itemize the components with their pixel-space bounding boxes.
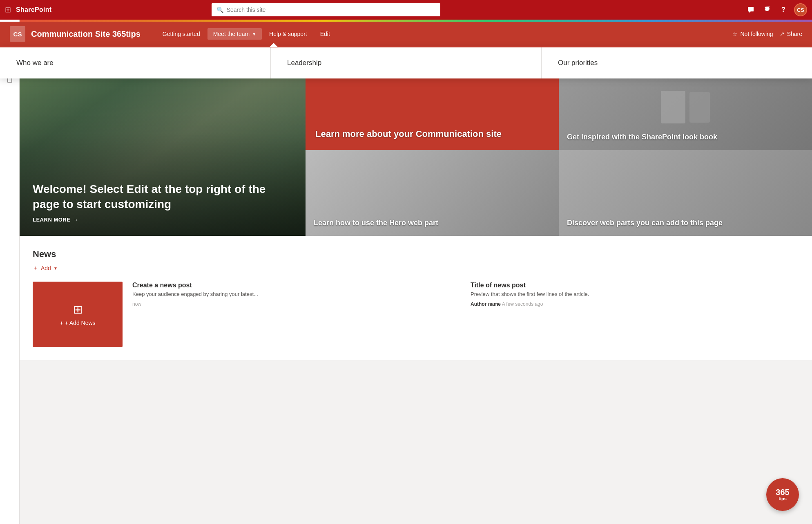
news-grid: ⊞ + + Add News Create a news post Keep y…: [33, 282, 799, 347]
arrow-icon: →: [73, 217, 78, 223]
create-news-post-time: now: [132, 301, 461, 307]
site-navigation: Getting started Meet the team ▼ Help & s…: [157, 28, 733, 40]
add-news-card[interactable]: ⊞ + + Add News: [33, 282, 123, 347]
site-header-wrapper: CS Communication Site 365tips Getting st…: [0, 22, 812, 46]
mega-menu: Who we are Leadership Our priorities: [0, 46, 812, 78]
top-nav-icons: ? CS: [743, 2, 807, 17]
hero-card-hero-webpart[interactable]: Learn how to use the Hero web part: [306, 150, 559, 236]
top-navigation: ⊞ SharePoint 🔍 ? CS: [0, 0, 812, 20]
share-button[interactable]: ↗ Share: [780, 31, 802, 37]
chevron-down-icon: ▼: [252, 32, 256, 36]
nav-getting-started[interactable]: Getting started: [157, 28, 206, 40]
mega-menu-col-leadership[interactable]: Leadership: [271, 47, 542, 78]
search-box[interactable]: 🔍: [212, 3, 440, 16]
hero-card-title-2: Get inspired with the SharePoint look bo…: [567, 132, 717, 142]
share-icon: ↗: [780, 31, 785, 37]
hero-learn-more-link[interactable]: LEARN MORE →: [33, 217, 292, 223]
hero-card-title-3: Learn how to use the Hero web part: [314, 218, 438, 228]
hero-title: Welcome! Select Edit at the top right of…: [33, 182, 292, 212]
nav-help-support[interactable]: Help & support: [263, 28, 313, 40]
hero-card-title-1: Learn more about your Communication site: [315, 128, 502, 140]
hero-content: Welcome! Select Edit at the top right of…: [33, 182, 292, 223]
sample-post-meta: Author name A few seconds ago: [471, 301, 799, 307]
search-icon: 🔍: [216, 7, 223, 13]
plus-icon-inline: +: [60, 320, 63, 326]
nav-edit[interactable]: Edit: [315, 28, 336, 40]
news-add-button[interactable]: ＋ Add ▼: [33, 263, 58, 273]
settings-icon[interactable]: [760, 2, 774, 17]
sample-news-post: Title of news post Preview that shows th…: [471, 282, 799, 307]
site-header: CS Communication Site 365tips Getting st…: [0, 22, 812, 46]
create-news-post: Create a news post Keep your audience en…: [132, 282, 461, 307]
search-input[interactable]: [227, 7, 435, 13]
chevron-down-icon: ▼: [54, 266, 58, 271]
not-following-button[interactable]: ☆ Not following: [732, 31, 773, 37]
site-logo: CS: [10, 26, 25, 42]
star-icon: ☆: [732, 31, 738, 37]
news-section: News ＋ Add ▼ ⊞ + + Add News Create a new…: [20, 236, 812, 360]
site-header-actions: ☆ Not following ↗ Share: [732, 31, 802, 37]
app-brand: SharePoint: [16, 6, 51, 13]
nav-meet-the-team[interactable]: Meet the team ▼: [207, 28, 262, 40]
comment-icon[interactable]: [743, 2, 758, 17]
avatar[interactable]: CS: [794, 3, 807, 16]
hero-section: Welcome! Select Edit at the top right of…: [20, 64, 812, 236]
hero-card-web-parts[interactable]: Discover web parts you can add to this p…: [559, 150, 812, 236]
hero-card-title-4: Discover web parts you can add to this p…: [567, 218, 723, 228]
help-icon[interactable]: ?: [776, 2, 791, 17]
sample-post-desc: Preview that shows the first few lines o…: [471, 291, 799, 298]
plus-icon: ＋: [33, 264, 38, 272]
hero-main-card[interactable]: Welcome! Select Edit at the top right of…: [20, 64, 306, 236]
mega-menu-col-our-priorities[interactable]: Our priorities: [542, 47, 812, 78]
sample-post-title: Title of news post: [471, 282, 799, 289]
main-content: ＋ New ▼ ⚙ Page details 📊 Analytics Welco…: [20, 46, 812, 360]
create-news-post-title: Create a news post: [132, 282, 461, 289]
add-news-label: + + Add News: [60, 320, 95, 326]
site-title: Communication Site 365tips: [31, 29, 141, 39]
news-section-title: News: [33, 249, 799, 260]
create-news-post-desc: Keep your audience engaged by sharing yo…: [132, 291, 461, 298]
waffle-icon[interactable]: ⊞: [5, 5, 11, 14]
mega-menu-col-who-we-are[interactable]: Who we are: [0, 47, 271, 78]
news-icon: ⊞: [73, 303, 83, 316]
